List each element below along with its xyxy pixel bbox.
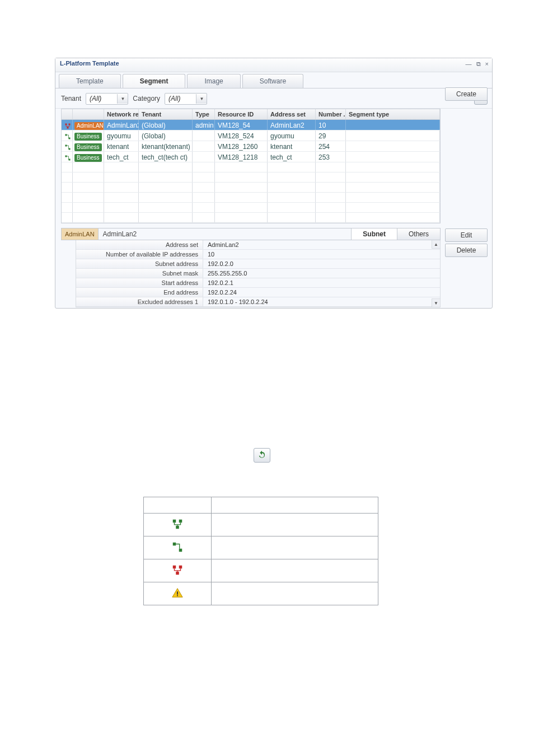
svg-rect-0 — [65, 123, 67, 125]
legend-desc-4 — [212, 582, 378, 605]
close-icon[interactable]: × — [485, 60, 489, 68]
table-row[interactable]: Business gyoumu (Global) VM128_524 gyoum… — [62, 130, 440, 141]
svg-rect-8 — [69, 158, 71, 160]
legend-header-icon — [144, 497, 212, 514]
tab-segment[interactable]: Segment — [123, 74, 186, 88]
detail-header: AdminLAN AdminLan2 Subnet Others — [61, 228, 441, 240]
category-label: Category — [133, 95, 160, 102]
grid-header: Network resource name Tenant Type Resour… — [62, 109, 440, 120]
col-type[interactable]: Type — [193, 109, 215, 119]
col-segtype[interactable]: Segment type — [346, 109, 440, 119]
delete-button[interactable]: Delete — [445, 244, 488, 257]
detail-tag: AdminLAN — [62, 228, 99, 240]
svg-rect-11 — [176, 525, 179, 529]
network-icon — [64, 155, 71, 161]
svg-rect-3 — [65, 134, 67, 136]
filter-bar: Tenant (All) ▼ Category (All) ▼ — [55, 88, 492, 109]
segment-grid: Network resource name Tenant Type Resour… — [61, 109, 441, 223]
network-icon — [64, 123, 71, 129]
table-row[interactable]: Business ktenant ktenant(ktenant) VM128_… — [62, 141, 440, 152]
svg-rect-9 — [173, 519, 176, 522]
refresh-icon — [257, 450, 267, 460]
edit-button[interactable]: Edit — [445, 228, 488, 242]
tab-template[interactable]: Template — [59, 74, 121, 88]
col-tenant[interactable]: Tenant — [139, 109, 193, 119]
detail-kv: ▲ Address setAdminLan2 Number of availab… — [76, 240, 441, 307]
legend-network-green-2-icon — [144, 536, 212, 559]
tab-image[interactable]: Image — [187, 74, 240, 88]
category-select-value: (All) — [165, 95, 196, 102]
legend-network-green-1-icon — [144, 514, 212, 536]
legend-desc-2 — [212, 536, 378, 559]
subtab-others[interactable]: Others — [397, 228, 440, 240]
svg-rect-16 — [176, 571, 179, 575]
subtab-subnet[interactable]: Subnet — [351, 228, 397, 240]
detail-title: AdminLan2 — [99, 228, 352, 240]
scroll-down-icon[interactable]: ▼ — [432, 298, 440, 307]
create-button[interactable]: Create — [445, 87, 488, 101]
chevron-down-icon: ▼ — [196, 94, 207, 104]
svg-rect-7 — [65, 155, 67, 157]
tenant-select-value: (All) — [86, 95, 117, 102]
business-tag: Business — [74, 143, 102, 151]
svg-rect-12 — [173, 542, 176, 545]
window-title: L-Platform Template — [60, 60, 119, 67]
svg-rect-18 — [177, 595, 178, 596]
category-select[interactable]: (All) ▼ — [165, 93, 207, 105]
col-name[interactable]: Network resource name — [104, 109, 139, 119]
chevron-down-icon: ▼ — [117, 94, 128, 104]
svg-rect-13 — [179, 548, 182, 552]
scroll-up-icon[interactable]: ▲ — [432, 240, 440, 249]
svg-rect-17 — [177, 591, 178, 595]
tab-software[interactable]: Software — [242, 74, 303, 88]
refresh-button-standalone[interactable] — [254, 448, 270, 463]
main-tabs: Template Segment Image Software — [55, 72, 492, 88]
segment-window: L-Platform Template — ⧉ × Template Segme… — [55, 58, 493, 309]
legend-header-desc — [212, 497, 378, 514]
legend-warning-icon — [144, 582, 212, 605]
col-resource[interactable]: Resource ID — [215, 109, 268, 119]
network-icon — [64, 144, 71, 151]
legend-desc-1 — [212, 514, 378, 536]
col-number[interactable]: Number ... — [316, 109, 346, 119]
svg-rect-6 — [69, 148, 71, 150]
restore-icon[interactable]: ⧉ — [476, 60, 481, 68]
svg-rect-5 — [65, 144, 67, 146]
col-address[interactable]: Address set — [268, 109, 316, 119]
svg-rect-2 — [67, 127, 69, 128]
tenant-select[interactable]: (All) ▼ — [86, 93, 128, 105]
svg-rect-14 — [173, 565, 176, 568]
business-tag: Business — [74, 133, 102, 141]
svg-rect-15 — [179, 565, 182, 568]
legend-network-red-icon — [144, 559, 212, 582]
adminlan-tag: AdminLAN — [74, 122, 104, 130]
table-row[interactable]: AdminLAN AdminLan2 (Global) admin VM128_… — [62, 120, 440, 130]
legend-desc-3 — [212, 559, 378, 582]
titlebar: L-Platform Template — ⧉ × — [55, 58, 492, 72]
svg-rect-1 — [69, 123, 71, 125]
table-row[interactable]: Business tech_ct tech_ct(tech ct) VM128_… — [62, 152, 440, 162]
svg-rect-10 — [179, 519, 182, 522]
svg-rect-4 — [69, 137, 71, 139]
tenant-label: Tenant — [61, 95, 81, 102]
business-tag: Business — [74, 154, 102, 162]
network-icon — [64, 133, 71, 140]
icon-legend — [143, 497, 378, 605]
minimize-icon[interactable]: — — [466, 60, 472, 68]
